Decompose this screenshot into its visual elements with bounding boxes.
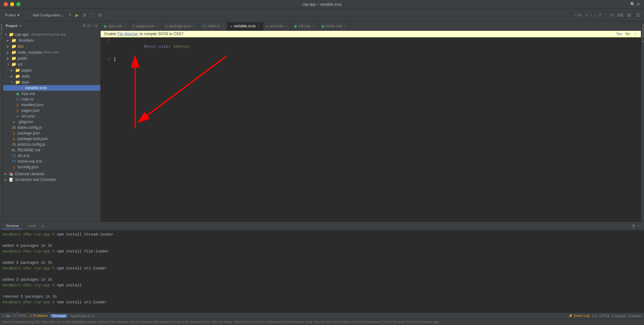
notification-text: Enable <box>104 32 116 36</box>
line-col-status[interactable]: 2:1 <box>592 314 597 318</box>
tree-settings-icon[interactable]: ⚙ <box>82 24 86 28</box>
run-button[interactable]: ▶ <box>74 12 80 19</box>
list-item[interactable]: ▶ 📁 node_modules library root <box>3 49 100 55</box>
no-button[interactable]: No <box>625 32 630 36</box>
settings-icon[interactable]: ⚙ <box>636 2 640 7</box>
project-dropdown-button[interactable]: Project ▼ <box>3 12 23 18</box>
tab-close-icon[interactable]: ✕ <box>312 24 315 28</box>
file-package-json[interactable]: {} package.json <box>3 130 100 136</box>
terminal-tab[interactable]: Terminal <box>3 223 22 229</box>
vue-file-icon: ▣ <box>15 92 20 96</box>
tab-label: home.vue <box>326 24 342 28</box>
tab-close-icon[interactable]: ✕ <box>193 24 195 28</box>
list-item[interactable]: ▶ 📁 .hbuilderx <box>3 37 100 43</box>
file-babel-config[interactable]: JS babel.config.js <box>3 125 100 130</box>
add-configuration-button[interactable]: Add Configuration… <box>29 12 67 18</box>
scratches-consoles-item[interactable]: ▶ 📝 Scratches and Consoles <box>3 177 100 182</box>
code-line-1: 1 $test-size: 400rpx; <box>101 37 641 56</box>
encoding-status[interactable]: UTF-8 <box>599 314 609 318</box>
file-pages-json[interactable]: {} pages.json <box>3 108 100 113</box>
search-icon[interactable]: 🔍 <box>630 2 635 7</box>
tab-variable-scss[interactable]: ● variable.scss ✕ <box>227 21 263 30</box>
event-log-status[interactable]: ⚡ Event Log <box>569 314 590 318</box>
file-tsconfig-json[interactable]: {} tsconfig.json <box>3 164 100 170</box>
file-package-lock-json[interactable]: {} package-lock.json <box>3 136 100 142</box>
todo-status[interactable]: ☑ TODO <box>13 314 26 318</box>
tab-close-icon[interactable]: ✕ <box>156 24 159 28</box>
terminal-collapse-icon[interactable]: — <box>637 224 641 228</box>
close-window-button[interactable] <box>4 2 8 6</box>
project-header-label: Project <box>6 24 17 28</box>
tree-item-label: .hbuilderx <box>18 38 34 43</box>
external-libraries-item[interactable]: ▶ 📚 External Libraries <box>3 171 100 177</box>
tree-arrow-icon: ▶ <box>4 172 9 176</box>
debug-button[interactable]: ⏸ <box>81 12 88 19</box>
file-app-vue[interactable]: ▣ App.vue <box>3 91 100 96</box>
local-tab[interactable]: Local <box>25 223 39 229</box>
tab-package-json[interactable]: {} package.json ✕ <box>162 22 199 30</box>
tab-pages-json[interactable]: {} pages.json ✕ <box>130 22 162 30</box>
tab-close-icon[interactable]: ✕ <box>257 24 260 28</box>
problems-status[interactable]: ⚠ Problems <box>29 314 48 318</box>
tab-home-vue[interactable]: ▣ home.vue ✕ <box>318 22 350 30</box>
tab-label: pages.json <box>136 24 155 28</box>
file-uni-scss[interactable]: ● uni.scss <box>3 113 100 119</box>
tree-item-label: pages.json <box>21 108 40 113</box>
list-item[interactable]: ▶ 📁 static <box>3 73 100 79</box>
tab-init-vue[interactable]: ▣ init.vue ✕ <box>291 22 318 30</box>
tree-close-icon[interactable]: ✕ <box>95 24 98 28</box>
git-push-icon[interactable]: ↑ <box>590 13 592 17</box>
undo-button[interactable]: ↺ <box>608 12 615 19</box>
search-toolbar-button[interactable]: ⊞ <box>626 12 633 19</box>
more-button[interactable]: ☰ <box>635 12 641 19</box>
translate-button[interactable]: AB <box>617 12 624 19</box>
file-shime-vue-dts[interactable]: TS shime-vue.d.ts <box>3 159 100 164</box>
file-main-ts[interactable]: TS main.ts <box>3 96 100 102</box>
tree-item-label: package-lock.json <box>18 137 48 141</box>
tab-close-icon[interactable]: ✕ <box>221 24 224 28</box>
window-controls[interactable] <box>4 2 20 6</box>
typescript-status[interactable]: TypeScript 4.1.6 <box>70 314 95 318</box>
tab-uni-scss[interactable]: ● uni.scss ✕ <box>263 22 291 30</box>
list-item[interactable]: ▶ 📁 pages <box>3 67 100 73</box>
tab-close-icon[interactable]: ✕ <box>285 24 287 28</box>
file-variable-scss[interactable]: ● variable.scss <box>3 85 100 91</box>
tree-layout-icon[interactable]: ⊟ <box>87 24 90 28</box>
file-watcher-link[interactable]: File Watcher <box>117 32 138 36</box>
maximize-window-button[interactable] <box>16 2 20 6</box>
git-pull-icon[interactable]: ↓ <box>594 13 597 17</box>
list-item[interactable]: ▶ 📁 dist <box>3 43 100 49</box>
tab-main-ts[interactable]: TS main.ts ✕ <box>199 22 227 30</box>
coverage-button[interactable]: ⚙ <box>96 12 103 19</box>
tree-root-item[interactable]: ▼ 📁 csp-app ~/ideaproject/csp/csp-app <box>3 31 100 37</box>
file-manifest-json[interactable]: {} manifest.json <box>3 102 100 108</box>
list-item[interactable]: ▶ 📁 public <box>3 55 100 61</box>
tab-close-icon[interactable]: ✕ <box>124 24 126 28</box>
list-item[interactable]: ▼ 📁 src <box>3 61 100 67</box>
yes-button[interactable]: Yes <box>616 32 622 36</box>
tab-label: variable.scss <box>234 24 256 28</box>
tree-item-label: .gitignore <box>18 120 33 124</box>
js-file-icon: JS <box>11 126 16 129</box>
json-file-icon: {} <box>15 109 20 112</box>
file-postcss-config[interactable]: JS postcss.config.js <box>3 142 100 147</box>
tree-sort-icon[interactable]: ↕ <box>92 24 93 28</box>
terminal-settings-icon[interactable]: ⚙ <box>632 224 636 228</box>
add-terminal-button[interactable]: + <box>42 224 44 229</box>
tab-close-icon[interactable]: ✕ <box>344 24 346 28</box>
folder-icon: 📁 <box>9 32 14 37</box>
terminal-status[interactable]: Terminal <box>50 314 67 318</box>
branch-status[interactable]: 2 master <box>628 314 641 318</box>
file-gitignore[interactable]: ● .gitignore <box>3 119 100 125</box>
terminal-content[interactable]: mac@macs-iMac csp-app % npm install thre… <box>0 230 644 312</box>
stop-button[interactable]: ⬛ <box>89 12 96 19</box>
file-sfc-dts[interactable]: TS sfc.d.ts <box>3 153 100 159</box>
git-fetch-icon[interactable]: ↗ <box>598 13 602 17</box>
minimize-window-button[interactable] <box>10 2 14 6</box>
indent-status[interactable]: 2 spaces <box>612 314 625 318</box>
list-item[interactable]: ▼ 📁 style <box>3 79 100 85</box>
tab-app-vue[interactable]: ▣ App.vue ✕ <box>101 22 130 30</box>
file-readme-md[interactable]: M↓ README.md <box>3 147 100 153</box>
git-status[interactable]: ⑂ Git <box>3 314 10 318</box>
code-editor[interactable]: 1 $test-size: 400rpx; 2 <box>101 37 641 221</box>
